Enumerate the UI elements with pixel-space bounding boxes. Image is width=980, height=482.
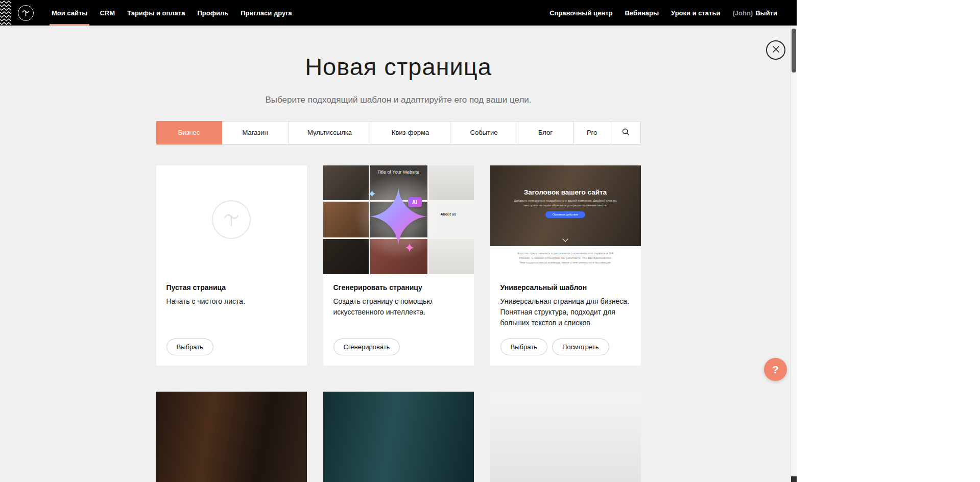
nav-item-pricing[interactable]: Тарифы и оплата (127, 0, 185, 26)
tab-search[interactable] (611, 121, 641, 144)
help-button[interactable]: ? (764, 358, 787, 381)
scrollbar-corner (791, 476, 797, 482)
small-sparkle-icon (368, 190, 376, 198)
small-sparkle-icon (405, 243, 414, 252)
tab-shop[interactable]: Магазин (222, 121, 289, 144)
generate-button[interactable]: Сгенерировать (333, 339, 400, 355)
card-description: Начать с чистого листа. (166, 296, 297, 307)
template-hero-title: Заголовок вашего сайта (490, 165, 641, 196)
zigzag-pattern (0, 0, 11, 26)
search-icon (622, 128, 630, 137)
tab-multilink[interactable]: Мультиссылка (289, 121, 371, 144)
preview-button[interactable]: Посмотреть (552, 339, 609, 355)
nav-item-webinars[interactable]: Вебинары (625, 0, 659, 26)
template-hero-section: Заголовок вашего сайта Добавьте интересн… (490, 165, 641, 246)
nav-item-crm[interactable]: CRM (100, 0, 115, 26)
template-card-ai: Title of Your Website About us (323, 165, 474, 366)
tab-pro[interactable]: Pro (573, 121, 611, 144)
tab-event[interactable]: Событие (450, 121, 518, 144)
ai-card-preview: Title of Your Website About us (323, 165, 474, 274)
card-actions: Сгенерировать (333, 339, 464, 355)
tab-quiz-form[interactable]: Квиз-форма (371, 121, 450, 144)
nav-item-help-center[interactable]: Справочный центр (549, 0, 612, 26)
nav-item-logout[interactable]: (John) Выйти (732, 0, 777, 26)
card-title: Пустая страница (166, 283, 297, 292)
universal-card-preview: Заголовок вашего сайта Добавьте интересн… (490, 165, 641, 274)
card-body: Универсальный шаблон Универсальная стран… (490, 274, 641, 366)
scrollbar[interactable] (791, 0, 797, 482)
template-about-text: Коротко представьтесь и расскажите о ком… (517, 251, 614, 266)
nav-item-profile[interactable]: Профиль (197, 0, 228, 26)
template-card-blank: Пустая страница Начать с чистого листа. … (156, 165, 307, 366)
ai-badge: AI (408, 197, 422, 207)
card-description: Универсальная страница для бизнеса. Поня… (500, 296, 631, 328)
template-hero-cta: Основное действие (545, 211, 585, 218)
tilda-watermark-icon (212, 200, 251, 239)
scrollbar-thumb[interactable] (792, 29, 796, 73)
close-button[interactable] (766, 40, 785, 60)
logout-label: Выйти (755, 9, 777, 17)
template-card-partial[interactable] (156, 392, 307, 482)
secondary-nav: Справочный центр Вебинары Уроки и статьи… (543, 0, 797, 26)
choose-button[interactable]: Выбрать (166, 339, 213, 355)
template-grid: Пустая страница Начать с чистого листа. … (156, 165, 641, 366)
choose-button[interactable]: Выбрать (500, 339, 547, 355)
template-grid-row-2 (156, 392, 641, 482)
template-card-partial[interactable] (490, 392, 641, 482)
top-navbar: Мои сайты CRM Тарифы и оплата Профиль Пр… (0, 0, 797, 26)
ai-sparkle-icon (370, 188, 427, 245)
tab-business[interactable]: Бизнес (156, 121, 222, 144)
new-page-dialog: Новая страница Выберите подходящий шабло… (0, 0, 797, 482)
template-about-section: Коротко представьтесь и расскажите о ком… (490, 251, 641, 274)
main-nav: Мои сайты CRM Тарифы и оплата Профиль Пр… (45, 0, 298, 26)
nav-item-lessons[interactable]: Уроки и статьи (671, 0, 720, 26)
template-category-tabs: Бизнес Магазин Мультиссылка Квиз-форма С… (156, 121, 641, 144)
nav-item-invite-friend[interactable]: Пригласи друга (241, 0, 292, 26)
tilda-logo[interactable] (18, 5, 34, 21)
app-viewport: Мои сайты CRM Тарифы и оплата Профиль Пр… (0, 0, 797, 482)
card-title: Универсальный шаблон (500, 283, 631, 292)
card-actions: Выбрать Посмотреть (500, 339, 631, 355)
card-body: Сгенерировать страницу Создать страницу … (323, 274, 474, 366)
user-name: (John) (732, 9, 753, 17)
page-subtitle: Выберите подходящий шаблон и адаптируйте… (0, 95, 797, 105)
tab-blog[interactable]: Блог (518, 121, 573, 144)
template-card-partial[interactable] (323, 392, 474, 482)
template-hero-subtext: Добавьте интересные подробности о вашей … (511, 199, 619, 208)
card-title: Сгенерировать страницу (333, 283, 464, 292)
blank-card-preview (156, 165, 307, 274)
nav-item-my-sites[interactable]: Мои сайты (52, 0, 87, 26)
page-title: Новая страница (0, 54, 797, 80)
close-icon (772, 45, 780, 55)
template-card-universal: Заголовок вашего сайта Добавьте интересн… (490, 165, 641, 366)
chevron-down-icon (562, 236, 568, 242)
card-body: Пустая страница Начать с чистого листа. … (156, 274, 307, 366)
card-actions: Выбрать (166, 339, 297, 355)
card-description: Создать страницу с помощью искусственног… (333, 296, 464, 318)
